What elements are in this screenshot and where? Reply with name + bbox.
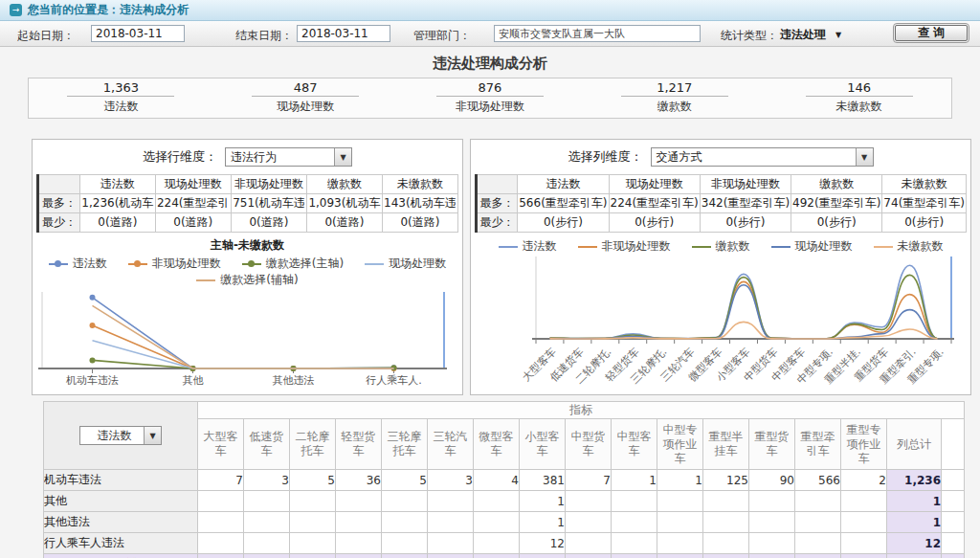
stats-row: 最多：566(重型牵引车)224(重型牵引车)342(重型牵引车)492(重型牵… xyxy=(477,194,967,213)
start-date-input[interactable] xyxy=(91,25,185,42)
summary-stat-label: 违法数 xyxy=(29,99,213,115)
pivot-column-header: 中型货车 xyxy=(566,419,612,470)
pivot-grand-total-cell: 7 xyxy=(566,554,612,558)
page-title: 违法处理构成分析 xyxy=(0,55,980,73)
stats-cell: 566(重型牵引车) xyxy=(518,194,609,213)
pivot-cell xyxy=(244,491,290,512)
pivot-grand-total-cell: 125 xyxy=(703,554,749,558)
legend-item[interactable]: 缴款选择(主轴) xyxy=(242,256,344,272)
chevron-down-icon: ▼ xyxy=(835,31,841,39)
summary-stat: 487现场处理数 xyxy=(213,80,398,115)
end-date-label: 结束日期： xyxy=(235,28,293,44)
legend-item[interactable]: 未缴款数 xyxy=(874,238,944,255)
pivot-cell xyxy=(290,512,336,533)
pivot-cell xyxy=(657,512,703,533)
pivot-row-label: 机动车违法 xyxy=(44,470,198,491)
pivot-cell xyxy=(382,512,428,533)
pivot-cell: 1 xyxy=(657,470,703,491)
pivot-cell xyxy=(795,533,841,554)
x-axis-label: 行人乘车人. xyxy=(366,374,422,387)
stats-cell: 143(机动车违 xyxy=(382,194,457,213)
legend-label: 现场处理数 xyxy=(795,238,853,255)
pivot-cell: 7 xyxy=(566,470,612,491)
legend-label: 违法数 xyxy=(73,256,107,272)
column-dimension-select[interactable]: 交通方式 ▼ xyxy=(651,147,874,167)
stats-row-label: 最少： xyxy=(38,213,80,233)
row-dimension-control: 选择行维度： 违法行为 ▼ xyxy=(33,147,462,167)
right-line-chart: 大型客车低速货车二轮摩托.轻型货车三轮摩托.三轮汽车微型客车小型客车中型货车中型… xyxy=(473,255,969,400)
stats-column-header: 未缴款数 xyxy=(882,175,967,194)
pivot-cell xyxy=(336,512,382,533)
row-dimension-select[interactable]: 违法行为 ▼ xyxy=(225,147,352,167)
table-row: 其他11 xyxy=(44,491,965,512)
stats-cell: 224(重型牵引 xyxy=(155,194,231,213)
pivot-cell xyxy=(382,491,428,512)
pivot-row-label: 行人乘车人违法 xyxy=(44,533,198,554)
stats-column-header: 非现场处理数 xyxy=(231,175,306,194)
end-date-input[interactable] xyxy=(297,25,390,42)
stats-cell: 0(道路) xyxy=(307,213,383,233)
legend-item[interactable]: 现场处理数 xyxy=(365,256,446,272)
left-chart-title: 主轴-未缴款数 xyxy=(33,237,462,254)
legend-label: 现场处理数 xyxy=(389,256,446,272)
stats-cell: 751(机动车违 xyxy=(231,194,306,213)
legend-marker xyxy=(771,246,791,248)
pivot-cell: 5 xyxy=(290,470,336,491)
stats-cell: 224(重型牵引车) xyxy=(609,194,700,213)
pivot-cell xyxy=(428,533,474,554)
pivot-row-label: 其他 xyxy=(44,491,198,512)
pivot-row-total: 1 xyxy=(887,491,942,512)
pivot-cell: 12 xyxy=(520,533,566,554)
pivot-cell: 1 xyxy=(612,470,657,491)
legend-item[interactable]: 缴款数 xyxy=(692,238,750,255)
metric-select-value: 违法数 xyxy=(80,428,144,444)
legend-label: 非现场处理数 xyxy=(152,256,221,272)
table-row: 其他违法11 xyxy=(44,512,965,533)
summary-strip: 1,363违法数487现场处理数876非现场处理数1,217缴款数146未缴款数 xyxy=(28,78,952,119)
legend-item[interactable]: 非现场处理数 xyxy=(578,238,671,255)
legend-label: 非现场处理数 xyxy=(602,238,671,255)
query-button[interactable]: 查 询 xyxy=(895,25,968,41)
summary-stat-divider xyxy=(806,96,913,97)
legend-marker xyxy=(499,246,518,248)
metric-select[interactable]: 违法数▼ xyxy=(79,426,162,445)
stats-cell: 0(步行) xyxy=(609,213,700,233)
pivot-column-header: 三轮摩托车 xyxy=(382,419,428,470)
legend-item[interactable]: 违法数 xyxy=(49,256,107,272)
pivot-cell xyxy=(336,533,382,554)
pivot-column-header: 中型专项作业车 xyxy=(657,419,703,470)
pivot-grand-total-cell: 5 xyxy=(382,554,428,558)
legend-item[interactable]: 非现场处理数 xyxy=(128,256,221,272)
pivot-cell: 125 xyxy=(703,470,749,491)
pivot-grand-total-cell: 499 xyxy=(520,554,566,558)
pivot-cell xyxy=(841,533,887,554)
department-input[interactable] xyxy=(494,25,701,42)
row-dimension-value: 违法行为 xyxy=(226,149,334,166)
legend-marker xyxy=(874,246,893,248)
legend-item[interactable]: 现场处理数 xyxy=(771,238,853,255)
row-dimension-label: 选择行维度： xyxy=(143,148,217,166)
pivot-cell xyxy=(566,491,612,512)
stats-cell: 1,236(机动车 xyxy=(80,194,156,213)
pivot-grand-total-cell: 3 xyxy=(428,554,474,558)
column-dimension-label: 选择列维度： xyxy=(568,148,643,166)
legend-marker xyxy=(242,263,261,265)
pivot-column-header: 重型牵引车 xyxy=(795,419,841,470)
legend-item[interactable]: 缴款选择(辅轴) xyxy=(196,272,298,288)
pivot-cell xyxy=(795,512,841,533)
left-line-chart: 机动车违法其他其他违法行人乘车人. xyxy=(34,288,460,393)
pivot-row-total: 12 xyxy=(887,533,942,554)
chevron-down-icon: ▼ xyxy=(144,427,161,444)
pivot-cell: 4 xyxy=(474,470,520,491)
stats-row: 最多：1,236(机动车224(重型牵引751(机动车违1,093(机动车143… xyxy=(38,194,458,213)
pivot-grand-total-cell: 5 xyxy=(290,554,336,558)
pivot-column-header: 重型专项作业车 xyxy=(841,419,887,470)
stat-type-select[interactable]: 违法处理 ▼ xyxy=(780,27,841,43)
legend-item[interactable]: 违法数 xyxy=(499,238,557,255)
stats-cell: 0(步行) xyxy=(882,213,967,233)
series-line xyxy=(93,298,394,368)
pivot-grand-total-cell: 11 xyxy=(474,554,520,558)
legend-marker xyxy=(49,263,68,265)
right-chart-legend: 违法数非现场处理数缴款数现场处理数未缴款数 xyxy=(471,238,970,255)
stats-column-header: 违法数 xyxy=(80,175,156,194)
